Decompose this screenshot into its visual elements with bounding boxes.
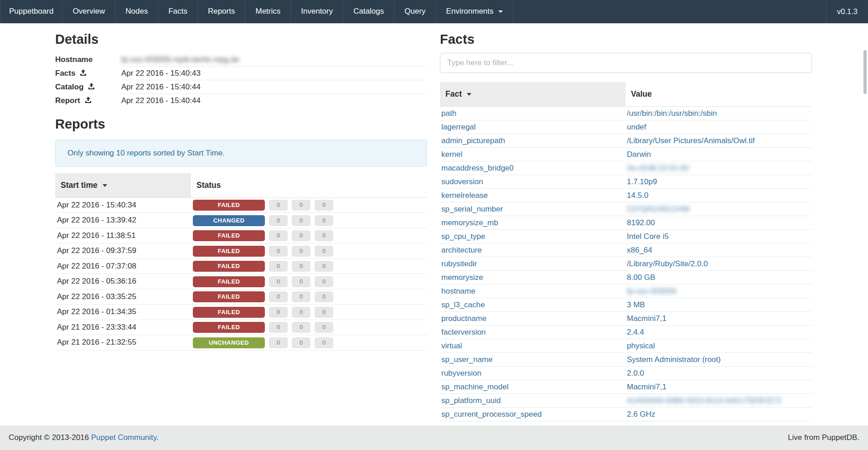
fact-value-link[interactable]: 2.4.4: [627, 328, 644, 336]
fact-value-link[interactable]: 41A0D640-60B6-5910-8114-0A5175E9CE72: [627, 396, 781, 405]
fact-name-link[interactable]: architecture: [441, 246, 482, 254]
reports-title: Reports: [55, 117, 427, 132]
report-status-cell: FAILED000: [191, 305, 427, 320]
nav-item-metrics[interactable]: Metrics: [245, 0, 291, 23]
fact-name-link[interactable]: virtual: [441, 341, 462, 350]
fact-value-link[interactable]: physical: [627, 341, 655, 350]
fact-value-cell: 2.4.4: [625, 326, 812, 339]
report-row: Apr 22 2016 - 05:36:16FAILED000: [55, 274, 427, 290]
fact-name-link[interactable]: sp_serial_number: [441, 205, 503, 213]
details-row: CatalogApr 22 2016 - 15:40:44: [55, 80, 427, 94]
report-row: Apr 22 2016 - 09:37:59FAILED000: [55, 243, 427, 259]
metric-badge: 0: [269, 276, 288, 287]
fact-name-cell: sp_platform_uuid: [440, 394, 625, 408]
fact-name-link[interactable]: path: [441, 109, 456, 118]
fact-value-link[interactable]: x86_64: [627, 246, 652, 254]
fact-name-cell: sp_machine_model: [440, 380, 625, 394]
details-label: Facts: [55, 67, 121, 80]
fact-value-link[interactable]: C07QN1A6G1HW: [627, 205, 690, 213]
nav-item-reports[interactable]: Reports: [198, 0, 246, 23]
fact-value-link[interactable]: 3 MB: [627, 300, 645, 309]
fact-name-link[interactable]: productname: [441, 314, 486, 323]
fact-value-link[interactable]: 2.6 GHz: [627, 410, 655, 419]
fact-name-link[interactable]: kernel: [441, 150, 462, 159]
fact-value-link[interactable]: 14.5.0: [627, 191, 648, 200]
fact-value-link[interactable]: Intel Core i5: [627, 232, 669, 241]
fact-value-link[interactable]: /Library/Ruby/Site/2.0.0: [627, 259, 708, 268]
nav-item-overview[interactable]: Overview: [62, 0, 115, 23]
fact-value-link[interactable]: 3a:c9:86:22:01:00: [627, 164, 689, 172]
fact-value-link[interactable]: Darwin: [627, 150, 651, 159]
fact-value-link[interactable]: 8192.00: [627, 218, 655, 227]
metric-badge: 0: [269, 261, 288, 272]
fact-row: rubyversion2.0.0: [440, 367, 812, 380]
fact-name-link[interactable]: memorysize_mb: [441, 218, 498, 227]
fact-name-cell: hostname: [440, 284, 625, 298]
report-status-cell: FAILED000: [191, 228, 427, 243]
fact-name-link[interactable]: sp_platform_uuid: [441, 396, 501, 405]
upload-icon: [80, 68, 87, 79]
fact-name-link[interactable]: hostname: [441, 287, 475, 295]
fact-row: rubysitedir/Library/Ruby/Site/2.0.0: [440, 257, 812, 271]
metric-badge: 0: [292, 337, 310, 348]
fact-name-link[interactable]: facterversion: [441, 328, 486, 336]
fact-name-link[interactable]: sudoversion: [441, 177, 483, 186]
fact-value-link[interactable]: System Administrator (root): [627, 355, 721, 364]
nav-item-query[interactable]: Query: [394, 0, 436, 23]
fact-name-link[interactable]: sp_machine_model: [441, 383, 508, 391]
nav-item-facts[interactable]: Facts: [158, 0, 198, 23]
metric-badge: 0: [269, 200, 288, 211]
facts-header-row: Fact Value: [440, 82, 812, 107]
fact-name-link[interactable]: memorysize: [441, 273, 483, 282]
facts-column: Facts Fact Value path/usr/bin:/bin:/usr/…: [440, 32, 812, 421]
nav-item-inventory[interactable]: Inventory: [291, 0, 343, 23]
fact-value-link[interactable]: /usr/bin:/bin:/usr/sbin:/sbin: [627, 109, 717, 118]
fact-name-link[interactable]: sp_cpu_type: [441, 232, 485, 241]
fact-name-cell: sp_cpu_type: [440, 230, 625, 243]
nav-dropdown-environments[interactable]: Environments: [436, 0, 513, 23]
report-start-time: Apr 22 2016 - 09:37:59: [55, 243, 191, 259]
fact-name-link[interactable]: macaddress_bridge0: [441, 164, 514, 172]
fact-value-cell: 3a:c9:86:22:01:00: [625, 161, 812, 175]
facts-filter-input[interactable]: [440, 53, 812, 73]
fact-name-link[interactable]: kernelrelease: [441, 191, 488, 200]
details-row: FactsApr 22 2016 - 15:40:43: [55, 67, 427, 80]
fact-name-link[interactable]: sp_user_name: [441, 355, 492, 364]
metric-badge: 0: [292, 261, 310, 272]
nav-item-catalogs[interactable]: Catalogs: [343, 0, 394, 23]
fact-value-link[interactable]: /Library/User Pictures/Animals/Owl.tif: [627, 136, 755, 145]
fact-value-link[interactable]: 2.0.0: [627, 369, 644, 378]
report-row: Apr 22 2016 - 11:38:51FAILED000: [55, 228, 427, 243]
fact-value-link[interactable]: undef: [627, 123, 646, 131]
fact-value-cell: System Administrator (root): [625, 353, 812, 367]
fact-name-link[interactable]: lagerregal: [441, 123, 476, 131]
reports-column-start-time[interactable]: Start time: [55, 173, 191, 198]
facts-column-fact-label: Fact: [445, 89, 462, 98]
fact-value-link[interactable]: Macmini7,1: [627, 314, 666, 323]
fact-value-link[interactable]: 8.00 GB: [627, 273, 655, 282]
footer-copyright: Copyright © 2013-2016 Puppet Community.: [9, 433, 159, 442]
fact-value-link[interactable]: 1.7.10p9: [627, 177, 657, 186]
scrollbar[interactable]: [863, 50, 867, 94]
fact-value-cell: /Library/User Pictures/Animals/Owl.tif: [625, 134, 812, 148]
fact-value-link[interactable]: Macmini7,1: [627, 383, 666, 391]
metric-badge: 0: [292, 246, 310, 257]
metric-badge: 0: [315, 200, 333, 211]
metric-badge: 0: [292, 200, 310, 211]
fact-value-link[interactable]: fp-osx-003056: [627, 287, 677, 295]
fact-name-cell: memorysize: [440, 271, 625, 284]
fact-name-link[interactable]: sp_current_processor_speed: [441, 410, 542, 419]
fact-name-link[interactable]: rubysitedir: [441, 259, 477, 268]
metric-badge: 0: [315, 307, 333, 318]
puppet-community-link[interactable]: Puppet Community: [91, 433, 156, 442]
facts-column-value[interactable]: Value: [625, 82, 812, 107]
reports-column-status[interactable]: Status: [191, 173, 427, 198]
nav-item-nodes[interactable]: Nodes: [115, 0, 158, 23]
metric-badge: 0: [269, 307, 288, 318]
navbar-brand[interactable]: Puppetboard: [0, 0, 62, 23]
fact-name-link[interactable]: sp_l3_cache: [441, 300, 485, 309]
facts-column-fact[interactable]: Fact: [440, 82, 625, 107]
fact-name-link[interactable]: rubyversion: [441, 369, 481, 378]
fact-name-link[interactable]: admin_picturepath: [441, 136, 505, 145]
details-value: Apr 22 2016 - 15:40:44: [121, 80, 427, 94]
